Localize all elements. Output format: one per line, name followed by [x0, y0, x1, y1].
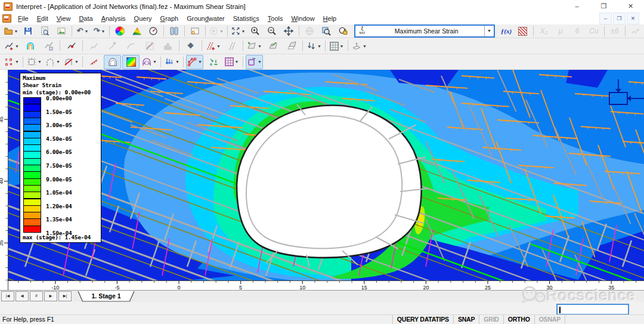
- contour-legend[interactable]: Maximum Shear Strain min (stage): 0.00e+…: [20, 73, 101, 243]
- last-stage-button[interactable]: ▶|: [58, 291, 72, 301]
- legend-color-scale: 0.00e+001.50e-053.00e-054.50e-056.00e-05…: [23, 97, 101, 233]
- epsilon-max-icon: ξMAX: [355, 27, 369, 35]
- snapshot-button[interactable]: [187, 25, 203, 38]
- contour-options-button[interactable]: [129, 25, 144, 38]
- displacement-markers-button[interactable]: [205, 55, 222, 69]
- add-joint-monitor-button[interactable]: ▼: [205, 39, 222, 53]
- animate-stages-button: ▼: [208, 25, 224, 38]
- zoom-extents-button[interactable]: ▼: [230, 25, 246, 38]
- toolbar-display: ▼▼▼▼▼▼▼▼▼: [0, 54, 644, 70]
- grid-pattern-button[interactable]: ▼: [328, 39, 345, 53]
- print-preview-button[interactable]: [37, 25, 52, 38]
- pan-button[interactable]: [281, 25, 296, 38]
- user-defined-data-button[interactable]: ƒ(x): [499, 25, 514, 38]
- combo-dropdown-icon[interactable]: ▼: [484, 26, 494, 36]
- save-button[interactable]: [20, 25, 36, 38]
- child-restore-button[interactable]: ❐: [613, 13, 626, 24]
- support-display-button[interactable]: ▼: [141, 55, 158, 69]
- menu-query[interactable]: Query: [130, 13, 156, 24]
- mesh-boundary-button[interactable]: ▼: [26, 55, 43, 69]
- dropdown-arrow-icon: ▼: [101, 29, 105, 33]
- menu-help[interactable]: Help: [319, 13, 341, 24]
- yielded-elements-button[interactable]: ▼: [246, 55, 263, 69]
- export-image-button[interactable]: [54, 25, 69, 38]
- contour-plot[interactable]: [8, 70, 644, 280]
- show-queries-button[interactable]: [21, 39, 39, 53]
- bolt-display-icon: [187, 57, 197, 67]
- joint-display-icon: [89, 57, 99, 67]
- legend-tick-label: 7.50e-05: [46, 163, 72, 169]
- sort-data-button[interactable]: ▼: [305, 39, 323, 53]
- section-view-button[interactable]: ▼: [351, 39, 368, 53]
- menu-statistics[interactable]: Statistics: [229, 13, 264, 24]
- menu-window[interactable]: Window: [287, 13, 318, 24]
- menu-tools[interactable]: Tools: [264, 13, 287, 24]
- menu-file[interactable]: File: [14, 13, 33, 24]
- excavation-boundary-button[interactable]: ▼: [44, 55, 61, 69]
- joint-display-button[interactable]: [85, 55, 103, 69]
- split-view-button[interactable]: [166, 25, 182, 38]
- dropdown-arrow-icon: ▼: [235, 60, 239, 64]
- hide-boundary-button[interactable]: ▼: [63, 55, 80, 69]
- dial-button[interactable]: [145, 25, 161, 38]
- tab-stage-1[interactable]: 1. Stage 1: [78, 291, 135, 302]
- stage-list-button[interactable]: #: [30, 291, 43, 301]
- contour-overlay-button[interactable]: [122, 55, 140, 69]
- svg-text:35: 35: [0, 240, 4, 246]
- child-minimize-button[interactable]: –: [599, 13, 612, 24]
- delete-graph-icon: [145, 41, 154, 51]
- add-solid-region-button[interactable]: ▼: [246, 39, 263, 53]
- zoom-in-button[interactable]: [247, 25, 263, 38]
- dropdown-arrow-icon: ▼: [340, 44, 344, 48]
- undo-button[interactable]: ↶▼: [75, 25, 90, 38]
- status-toggle-osnap[interactable]: OSNAP: [534, 315, 565, 324]
- menu-analysis[interactable]: Analysis: [97, 13, 130, 24]
- redo-button[interactable]: ↷▼: [91, 25, 107, 38]
- dropdown-arrow-icon: ▼: [14, 29, 18, 33]
- add-joint-monitor-icon: [206, 41, 215, 51]
- model-view[interactable]: Maximum Shear Strain min (stage): 0.00e+…: [8, 70, 644, 280]
- copy-solid-region-button[interactable]: [283, 39, 300, 53]
- prev-stage-button[interactable]: ◀: [16, 291, 29, 301]
- menu-graph[interactable]: Graph: [156, 13, 183, 24]
- child-close-button[interactable]: ✕: [627, 13, 639, 24]
- status-toggle-snap[interactable]: SNAP: [453, 315, 479, 324]
- next-stage-button[interactable]: ▶: [44, 291, 57, 301]
- bolt-display-button[interactable]: ▼: [186, 55, 203, 69]
- move-query-button[interactable]: ❖: [182, 39, 199, 53]
- menu-view[interactable]: View: [52, 13, 75, 24]
- delete-material-query-button[interactable]: [40, 39, 57, 53]
- status-toggle-grid[interactable]: GRID: [479, 315, 503, 324]
- marker-options-button[interactable]: ▼: [3, 55, 20, 69]
- menu-edit[interactable]: Edit: [33, 13, 52, 24]
- edit-solid-region-button[interactable]: [264, 39, 281, 53]
- query-point-button[interactable]: [63, 39, 80, 53]
- status-bar: For Help, press F1 QUERY DATATIPSSNAPGRI…: [0, 314, 644, 324]
- delete-joint-monitor-button[interactable]: [223, 39, 240, 53]
- menu-data[interactable]: Data: [75, 13, 97, 24]
- minimize-button[interactable]: –: [564, 0, 590, 13]
- data-type-select[interactable]: ξMAXMaximum Shear Strain▼: [354, 24, 495, 38]
- zoom-out-button[interactable]: [264, 25, 280, 38]
- material-query-button[interactable]: [515, 25, 531, 38]
- stat-sigma-button-glyph: 6: [575, 26, 580, 36]
- zoom-lock-button[interactable]: [335, 25, 351, 38]
- svg-text:35: 35: [608, 285, 614, 290]
- menu-groundwater[interactable]: Groundwater: [182, 13, 229, 24]
- first-stage-button[interactable]: |◀: [1, 291, 14, 301]
- legend-tick-label: 0.00e+00: [46, 95, 72, 101]
- element-grid-button[interactable]: ▼: [223, 55, 240, 69]
- status-toggle-ortho[interactable]: ORTHO: [503, 315, 534, 324]
- command-input[interactable]: [556, 304, 629, 315]
- contour-colors-button[interactable]: [112, 25, 128, 38]
- flow-vectors-button[interactable]: ▼: [163, 55, 181, 69]
- svg-text:-10: -10: [51, 285, 59, 290]
- deformed-boundary-button[interactable]: [104, 55, 121, 69]
- svg-text:25: 25: [485, 285, 491, 290]
- open-button[interactable]: ▼: [3, 25, 19, 38]
- status-toggle-query-datatips[interactable]: QUERY DATATIPS: [392, 315, 453, 324]
- zoom-window-button[interactable]: [318, 25, 334, 38]
- add-material-query-button[interactable]: ▼: [3, 39, 20, 53]
- close-button[interactable]: ✕: [617, 0, 644, 13]
- restore-button[interactable]: ❐: [590, 0, 617, 13]
